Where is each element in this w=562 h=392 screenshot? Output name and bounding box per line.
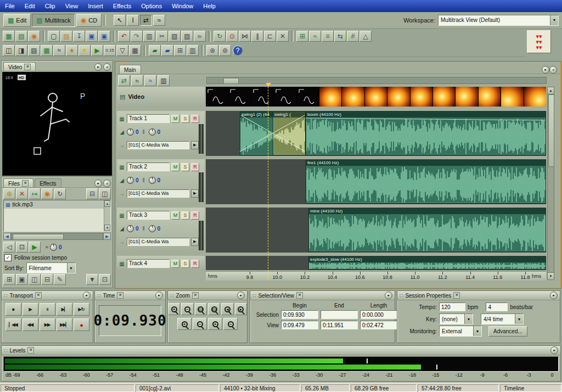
selection-length-input[interactable] xyxy=(360,310,397,319)
close-icon[interactable]: × xyxy=(117,292,123,299)
zoom-in-vertical-button[interactable]: + xyxy=(177,318,192,330)
level-meters[interactable] xyxy=(3,356,559,372)
output-menu-button[interactable]: ▶ xyxy=(191,189,199,198)
chevron-down-icon[interactable]: ▼ xyxy=(515,314,523,324)
file-list[interactable]: ▦ tick.mp3 ▲ ▼ xyxy=(3,200,111,232)
save-session-icon[interactable]: ▣ xyxy=(86,31,98,42)
scrollbar-thumb[interactable] xyxy=(548,94,554,167)
close-icon[interactable]: × xyxy=(453,292,460,299)
batch-run-icon[interactable]: ▶ xyxy=(91,45,103,56)
audio-clip[interactable]: explode3_slow (44100 Hz) xyxy=(308,256,546,270)
workspace-dropdown[interactable]: Multitrack View (Default) ▼ xyxy=(438,15,559,26)
track-name[interactable]: Track 4 xyxy=(127,259,170,268)
scrollbar-thumb[interactable] xyxy=(223,78,239,84)
play-button[interactable]: ▶ xyxy=(23,303,38,316)
tab-effects[interactable]: Effects xyxy=(35,178,61,187)
copy-icon[interactable]: ▥ xyxy=(143,31,155,42)
mix-paste-icon[interactable]: ▨ xyxy=(181,31,193,42)
audio-clip[interactable]: fire1 (44100 Hz) xyxy=(306,160,546,204)
zoom-in-left-edge-button[interactable]: ◂ xyxy=(221,303,233,315)
trim-clip-icon[interactable]: ⊏ xyxy=(264,31,276,42)
close-icon[interactable]: × xyxy=(22,180,29,187)
windows-cascade-icon[interactable]: ◨ xyxy=(15,45,27,56)
pan-knob[interactable] xyxy=(149,225,156,232)
show-grid-icon[interactable]: ⊞ xyxy=(174,45,186,56)
hybrid-tool-icon[interactable]: ↖ xyxy=(114,15,126,26)
sort-by-dropdown[interactable]: Filename ▼ xyxy=(26,262,76,273)
open-file-icon[interactable]: ▤ xyxy=(60,31,72,42)
stop-button[interactable]: ■ xyxy=(5,303,21,316)
playhead-marker-icon[interactable] xyxy=(266,83,271,89)
sort-direction-icon[interactable]: ▼ xyxy=(86,274,98,285)
clip-envelopes-icon[interactable]: ≈ xyxy=(309,31,321,42)
menu-effects[interactable]: Effects xyxy=(108,0,136,12)
filter-files-icon[interactable]: ▼ xyxy=(78,45,91,56)
panel-menu-icon[interactable]: ▸ xyxy=(237,292,245,299)
edit-metadata-icon[interactable]: ✎ xyxy=(54,274,66,285)
refresh-list-icon[interactable]: ↻ xyxy=(54,188,66,199)
metronome-icon[interactable]: △ xyxy=(359,31,372,42)
advanced-button[interactable]: Advanced... xyxy=(488,326,527,337)
insert-into-multitrack-icon[interactable]: ↦ xyxy=(29,188,41,199)
group-clips-icon[interactable]: ⊞ xyxy=(296,31,308,42)
scroll-down-icon[interactable]: ▼ xyxy=(548,272,554,279)
mute-button[interactable]: M xyxy=(171,260,179,268)
preview-play-icon[interactable]: ▶ xyxy=(29,242,41,253)
scrub-tool-icon[interactable]: ≈ xyxy=(153,15,165,26)
favorites-icon[interactable]: ★ xyxy=(66,45,78,56)
list-item[interactable]: ▦ tick.mp3 xyxy=(4,200,110,209)
view-length-input[interactable] xyxy=(360,321,397,329)
close-icon[interactable]: × xyxy=(35,292,42,299)
punch-in-icon[interactable]: ⊙ xyxy=(226,31,238,42)
tempo-input[interactable] xyxy=(439,303,465,311)
organizer-icon[interactable]: ▤ xyxy=(28,45,40,56)
multitrack-view-button[interactable]: ▤Multitrack xyxy=(32,14,75,27)
zoom-out-horizontal-button[interactable]: − xyxy=(181,303,193,315)
solo-button[interactable]: S xyxy=(181,211,189,220)
scrollbar-thumb[interactable] xyxy=(13,234,64,240)
chevron-down-icon[interactable]: ▼ xyxy=(464,314,473,324)
volume-knob[interactable] xyxy=(127,177,134,184)
clip-fx-icon[interactable]: fx xyxy=(131,75,143,86)
track-lane[interactable]: mine (44100 Hz) xyxy=(206,208,546,253)
view-end-input[interactable] xyxy=(321,321,358,329)
zoom-out-vertical-button[interactable]: − xyxy=(193,318,207,330)
play-from-cursor-button[interactable]: ▶▏ xyxy=(57,303,72,316)
follow-session-tempo-checkbox[interactable]: ✓ xyxy=(4,254,12,261)
timeline-area[interactable]: swing1 (2) (44swing1 (boom (44100 Hz)fir… xyxy=(206,87,546,280)
session-time-icon[interactable]: 0.15 xyxy=(104,45,116,56)
zoom-out-full-button[interactable]: ▭ xyxy=(195,303,207,315)
track-lane[interactable]: swing1 (2) (44swing1 (boom (44100 Hz) xyxy=(206,111,546,156)
scroll-left-icon[interactable]: ◀ xyxy=(3,233,11,240)
close-file-icon[interactable]: ✕ xyxy=(16,188,28,199)
panel-menu-icon[interactable]: ≡ xyxy=(103,180,111,187)
tab-files[interactable]: Files × xyxy=(3,178,33,187)
track-lane[interactable]: fire1 (44100 Hz) xyxy=(206,159,546,204)
close-icon[interactable]: × xyxy=(192,292,199,299)
show-video-files-icon[interactable]: ◫ xyxy=(29,274,41,285)
menu-clip[interactable]: Clip xyxy=(40,0,60,12)
output-menu-button[interactable]: ▶ xyxy=(191,141,199,149)
menu-help[interactable]: Help xyxy=(198,0,221,12)
preview-volume-knob[interactable] xyxy=(50,244,57,251)
solo-button[interactable]: S xyxy=(181,260,189,268)
output-device[interactable]: [01S] C-Media Wa xyxy=(127,238,189,246)
help-icon[interactable]: ? xyxy=(233,46,243,55)
multitrack-view-small-icon[interactable]: ▤ xyxy=(15,31,27,42)
track-lane[interactable]: explode3_slow (44100 Hz) xyxy=(206,256,546,270)
scroll-up-icon[interactable]: ▲ xyxy=(548,87,554,94)
record-button[interactable]: ● xyxy=(74,318,89,331)
zoom-in-horizontal-button[interactable]: + xyxy=(168,303,180,315)
new-session-icon[interactable]: ▢ xyxy=(48,31,60,42)
zoom-selection-horizontal-button[interactable]: + xyxy=(208,318,222,330)
pan-knob[interactable] xyxy=(149,128,156,136)
cd-view-button[interactable]: ◉CD xyxy=(76,14,102,27)
paste-icon[interactable]: ▧ xyxy=(168,31,181,42)
scroll-down-icon[interactable]: ▼ xyxy=(104,225,110,231)
undo-icon[interactable]: ↶ xyxy=(118,31,130,42)
clip-loop-icon[interactable]: ⇄ xyxy=(118,75,130,86)
panel-menu-icon[interactable]: ▸ xyxy=(83,292,91,299)
show-cues-icon[interactable]: ▥ xyxy=(187,45,199,56)
menu-options[interactable]: Options xyxy=(136,0,167,12)
scroll-right-icon[interactable]: ▶ xyxy=(103,233,111,240)
